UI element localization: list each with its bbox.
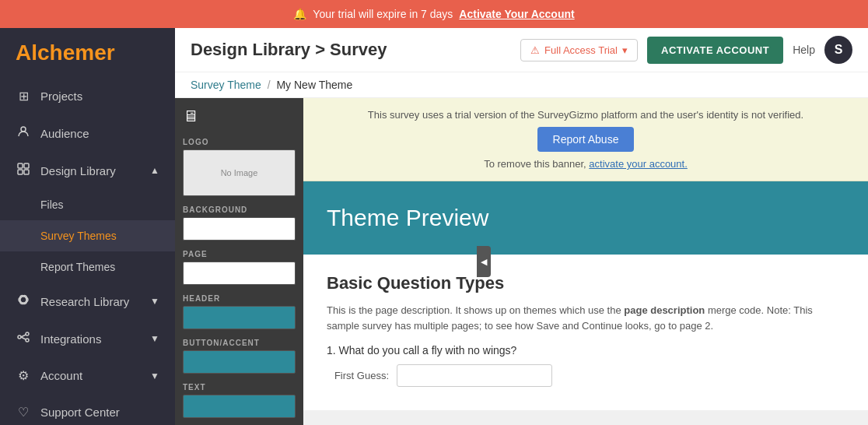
svg-point-0: [21, 127, 26, 132]
audience-icon: [16, 125, 31, 141]
survey-body-title: Basic Question Types: [327, 273, 845, 293]
breadcrumb-parent[interactable]: Survey Theme: [191, 79, 261, 91]
sidebar-sub-survey-themes[interactable]: Survey Themes: [0, 220, 175, 251]
svg-point-8: [18, 335, 21, 339]
sidebar-item-account[interactable]: ⚙ Account ▼: [0, 357, 175, 394]
sidebar-label-design-library: Design Library: [40, 164, 116, 177]
logo: Alchemer: [0, 28, 175, 78]
logo-box[interactable]: No Image: [183, 149, 296, 196]
text-color-box[interactable]: [183, 395, 296, 418]
report-abuse-button[interactable]: Report Abuse: [537, 127, 635, 152]
banner-message: Your trial will expire in 7 days: [313, 8, 453, 20]
avatar[interactable]: S: [824, 36, 852, 64]
svg-rect-4: [24, 170, 29, 174]
theme-editor-panel: 🖥 LOGO No Image BACKGROUND PAGE HEAD: [175, 98, 303, 425]
sidebar-label-research-library: Research Library: [40, 295, 129, 308]
abuse-message: This survey uses a trial version of the …: [319, 109, 852, 121]
survey-preview: Theme Preview Basic Question Types This …: [303, 181, 868, 425]
top-header: Design Library > Survey ⚠ Full Access Tr…: [175, 28, 868, 72]
svg-rect-2: [24, 163, 29, 168]
logo-label: LOGO: [183, 138, 296, 146]
sidebar-item-projects[interactable]: ⊞ Projects: [0, 78, 175, 114]
warning-icon: ⚠: [530, 44, 540, 56]
activate-account-button[interactable]: ACTIVATE ACCOUNT: [647, 37, 783, 64]
sidebar-item-design-library[interactable]: Design Library ▲: [0, 152, 175, 189]
svg-line-12: [21, 337, 26, 339]
answer-input[interactable]: [397, 364, 552, 387]
bell-icon: 🔔: [293, 8, 306, 20]
chevron-down-icon: ▾: [622, 44, 628, 56]
svg-rect-1: [18, 163, 23, 168]
sidebar-item-audience[interactable]: Audience: [0, 114, 175, 152]
svg-point-7: [19, 294, 29, 305]
background-label: BACKGROUND: [183, 205, 296, 214]
research-library-icon: [16, 293, 31, 309]
sidebar-label-projects: Projects: [40, 90, 82, 103]
account-arrow: ▼: [150, 371, 159, 381]
text-label: TEXT: [183, 383, 296, 392]
svg-rect-3: [18, 170, 23, 174]
full-access-label: Full Access Trial: [544, 44, 618, 56]
button-accent-label: BUTTON/ACCENT: [183, 339, 296, 347]
design-library-icon: [16, 163, 31, 178]
page-color-box[interactable]: [183, 262, 296, 285]
svg-point-9: [26, 332, 29, 335]
answer-label: First Guess:: [327, 370, 389, 381]
sidebar-label-report-themes: Report Themes: [40, 261, 115, 273]
header-label: HEADER: [183, 294, 296, 303]
answer-row: First Guess:: [327, 364, 845, 387]
trial-banner: 🔔 Your trial will expire in 7 days Activ…: [0, 0, 868, 28]
text-section: TEXT: [183, 383, 296, 418]
survey-description: This is the page description. It shows u…: [327, 303, 845, 333]
header-color-box[interactable]: [183, 306, 296, 329]
sidebar-label-audience: Audience: [40, 127, 89, 140]
background-section: BACKGROUND: [183, 205, 296, 241]
collapse-handle[interactable]: ◀: [477, 246, 491, 277]
remove-msg: To remove this banner,: [484, 158, 586, 170]
button-accent-color-box[interactable]: [183, 350, 296, 374]
help-link[interactable]: Help: [793, 44, 815, 56]
monitor-icon: 🖥: [183, 107, 296, 125]
sidebar-label-files: Files: [40, 198, 64, 211]
header-section: HEADER: [183, 294, 296, 329]
sidebar-label-survey-themes: Survey Themes: [40, 230, 117, 242]
projects-icon: ⊞: [16, 89, 31, 104]
sidebar: Alchemer ⊞ Projects Audience: [0, 28, 175, 425]
breadcrumb-separator: /: [268, 79, 271, 91]
no-image-text: No Image: [221, 168, 258, 177]
sidebar-item-support-center[interactable]: ♡ Support Center: [0, 394, 175, 425]
logo-text: Alchemer: [16, 40, 115, 65]
activate-account-link[interactable]: Activate Your Account: [459, 8, 574, 20]
inner-content: 🖥 LOGO No Image BACKGROUND PAGE HEAD: [175, 98, 868, 425]
breadcrumb: Survey Theme / My New Theme: [175, 72, 868, 98]
survey-question: 1. What do you call a fly with no wings?: [327, 344, 845, 357]
remove-banner-text: To remove this banner, activate your acc…: [319, 158, 852, 170]
abuse-banner: This survey uses a trial version of the …: [303, 98, 868, 181]
account-icon: ⚙: [16, 368, 31, 383]
svg-point-10: [26, 339, 29, 342]
sidebar-item-research-library[interactable]: Research Library ▼: [0, 283, 175, 320]
background-color-box[interactable]: [183, 217, 296, 241]
page-label: PAGE: [183, 250, 296, 258]
sidebar-item-integrations[interactable]: Integrations ▼: [0, 320, 175, 357]
research-library-arrow: ▼: [150, 296, 159, 307]
integrations-icon: [16, 331, 31, 346]
design-library-arrow: ▲: [150, 165, 159, 176]
sidebar-label-support: Support Center: [40, 406, 120, 419]
content-area: Design Library > Survey ⚠ Full Access Tr…: [175, 28, 868, 425]
full-access-button[interactable]: ⚠ Full Access Trial ▾: [520, 39, 638, 61]
activate-link[interactable]: activate your account.: [589, 158, 687, 170]
survey-preview-header: Theme Preview: [303, 181, 868, 255]
sidebar-sub-report-themes[interactable]: Report Themes: [0, 251, 175, 283]
page-section: PAGE: [183, 250, 296, 285]
breadcrumb-current: My New Theme: [276, 79, 352, 91]
integrations-arrow: ▼: [150, 333, 159, 344]
button-accent-section: BUTTON/ACCENT: [183, 339, 296, 374]
logo-section: LOGO No Image: [183, 138, 296, 196]
preview-panel: This survey uses a trial version of the …: [303, 98, 868, 425]
page-title: Design Library > Survey: [191, 40, 511, 60]
sidebar-sub-files[interactable]: Files: [0, 189, 175, 220]
sidebar-label-account: Account: [40, 369, 82, 382]
support-icon: ♡: [16, 405, 31, 420]
svg-line-11: [21, 335, 26, 337]
